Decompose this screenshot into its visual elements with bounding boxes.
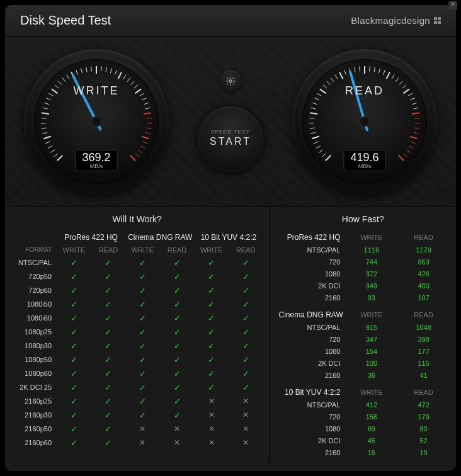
- read-fps-value: 115: [397, 357, 450, 369]
- svg-line-99: [410, 136, 417, 139]
- cross-icon: ✕: [229, 436, 263, 450]
- gauge-area: WRITE 369.2 MB/s SPEED TEST START: [5, 37, 456, 207]
- check-icon: ✓: [57, 353, 91, 366]
- format-label: 1080p60: [11, 366, 57, 380]
- subcol-header: WRITE: [57, 244, 91, 256]
- table-row: 2K DCI100115: [276, 357, 450, 369]
- table-row: NTSC/PAL11161279: [276, 244, 450, 256]
- read-fps-value: 426: [397, 268, 450, 280]
- check-icon: ✓: [125, 297, 160, 311]
- start-button[interactable]: SPEED TEST START: [196, 105, 265, 173]
- svg-line-94: [412, 113, 419, 114]
- check-icon: ✓: [160, 353, 195, 366]
- svg-line-56: [319, 149, 323, 152]
- svg-line-37: [142, 98, 146, 99]
- check-icon: ✓: [194, 283, 229, 297]
- cross-icon: ✕: [229, 408, 263, 422]
- center-controls: SPEED TEST START: [196, 71, 265, 173]
- check-icon: ✓: [194, 353, 229, 366]
- svg-line-54: [326, 155, 331, 160]
- table-row: NTSC/PAL9151048: [276, 321, 450, 333]
- codec-header: 10 Bit YUV 4:2:2: [194, 230, 263, 244]
- subcol-header: READ: [397, 385, 450, 399]
- svg-line-18: [62, 77, 65, 81]
- check-icon: ✓: [160, 311, 195, 325]
- svg-line-45: [142, 136, 149, 139]
- write-fps-value: 93: [345, 292, 397, 303]
- check-icon: ✓: [91, 422, 126, 436]
- codec-header: Cinema DNG RAW: [276, 308, 345, 321]
- format-label: 2160p50: [11, 422, 57, 436]
- table-row: 720p50✓✓✓✓✓✓: [11, 269, 263, 283]
- svg-line-78: [360, 66, 360, 71]
- start-label: START: [210, 136, 251, 147]
- cross-icon: ✕: [229, 422, 263, 436]
- table-row: 720744853: [276, 256, 450, 268]
- svg-line-22: [81, 68, 82, 73]
- check-icon: ✓: [91, 325, 126, 339]
- resolution-label: 2160: [276, 292, 345, 303]
- cross-icon: ✕: [160, 436, 195, 450]
- will-it-work-table: ProRes 422 HQ Cinema DNG RAW 10 Bit YUV …: [11, 230, 263, 450]
- svg-line-97: [414, 128, 419, 128]
- read-fps-value: 177: [397, 345, 450, 357]
- read-fps-value: 41: [397, 369, 450, 381]
- codec-header: ProRes 422 HQ: [276, 230, 345, 244]
- cross-icon: ✕: [160, 422, 195, 436]
- check-icon: ✓: [160, 283, 195, 297]
- svg-line-10: [42, 113, 49, 114]
- svg-line-100: [411, 141, 415, 143]
- svg-line-47: [140, 145, 145, 148]
- check-icon: ✓: [125, 256, 160, 269]
- resolution-label: NTSC/PAL: [276, 399, 345, 411]
- write-fps-value: 16: [345, 446, 397, 458]
- svg-line-104: [399, 155, 404, 160]
- format-label: 2160p60: [11, 436, 57, 450]
- svg-line-81: [374, 67, 375, 72]
- close-button[interactable]: ✕: [448, 1, 457, 10]
- write-fps-value: 412: [345, 399, 397, 411]
- check-icon: ✓: [57, 269, 91, 283]
- check-icon: ✓: [160, 394, 195, 408]
- check-icon: ✓: [160, 366, 195, 380]
- write-fps-value: 154: [345, 345, 397, 357]
- svg-line-29: [115, 70, 117, 74]
- check-icon: ✓: [194, 325, 229, 339]
- table-row: 1080372426: [276, 268, 450, 280]
- check-icon: ✓: [91, 311, 126, 325]
- table-row: 2K DCI349400: [276, 280, 450, 292]
- check-icon: ✓: [57, 380, 91, 394]
- check-icon: ✓: [160, 325, 195, 339]
- svg-line-65: [311, 108, 316, 109]
- how-fast-table: ProRes 422 HQWRITEREADNTSC/PAL1116127972…: [276, 230, 450, 458]
- write-fps-value: 45: [345, 434, 397, 446]
- svg-line-59: [312, 136, 319, 139]
- svg-line-24: [91, 66, 92, 71]
- check-icon: ✓: [160, 269, 195, 283]
- svg-line-23: [86, 67, 87, 72]
- cross-icon: ✕: [194, 394, 229, 408]
- table-row: 216093107: [276, 292, 450, 303]
- check-icon: ✓: [91, 297, 126, 311]
- read-fps-value: 107: [397, 292, 450, 303]
- check-icon: ✓: [194, 339, 229, 353]
- format-label: 720p60: [11, 283, 57, 297]
- codec-group-header: Cinema DNG RAWWRITEREAD: [276, 308, 450, 321]
- codec-header: Cinema DNG RAW: [125, 230, 194, 244]
- subcol-header: READ: [91, 244, 126, 256]
- settings-button[interactable]: [220, 71, 241, 92]
- read-value-box: 419.6 MB/s: [343, 150, 385, 171]
- svg-line-80: [370, 66, 370, 71]
- check-icon: ✓: [125, 311, 160, 325]
- resolution-label: NTSC/PAL: [276, 321, 345, 333]
- resolution-label: 2K DCI: [276, 434, 345, 446]
- table-row: 2160p25✓✓✓✓✕✕: [11, 394, 263, 408]
- will-it-work-title: Will It Work?: [11, 212, 263, 230]
- format-header: FORMAT: [11, 244, 57, 256]
- table-row: 2K DCI 25✓✓✓✓✓✓: [11, 380, 263, 394]
- svg-line-6: [42, 132, 47, 133]
- write-gauge: WRITE 369.2 MB/s: [24, 49, 169, 194]
- check-icon: ✓: [125, 283, 160, 297]
- table-row: 720156179: [276, 411, 450, 422]
- resolution-label: 1080: [276, 345, 345, 357]
